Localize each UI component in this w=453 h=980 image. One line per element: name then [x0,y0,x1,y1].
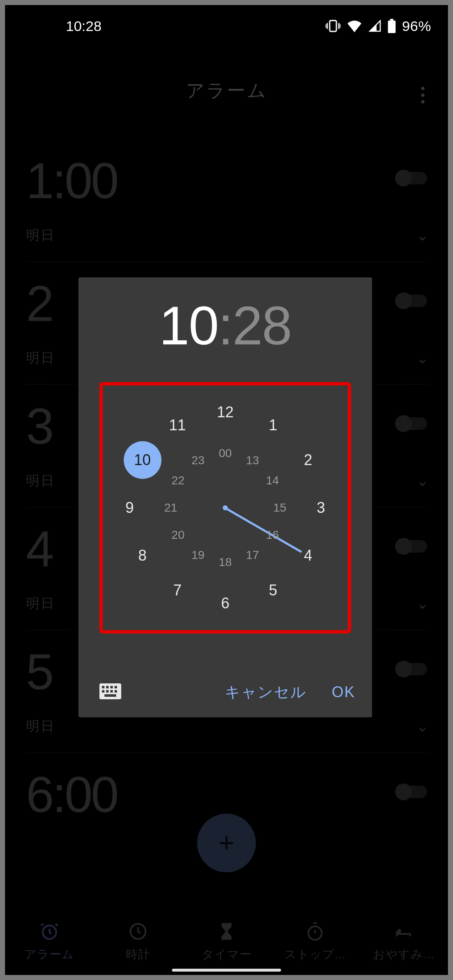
plus-icon: + [219,827,234,858]
alarm-subtitle: 明日 [26,595,55,613]
alarm-subtitle: 明日 [26,349,55,367]
add-alarm-button[interactable]: + [197,814,256,872]
nav-label: ストップ... [284,946,346,962]
time-picker-dialog: 10:28 1212345678910110013141516171819202… [78,277,372,717]
dialog-minute[interactable]: 28 [232,295,292,356]
alarm-toggle[interactable] [395,782,429,802]
clock-hour-inner[interactable]: 14 [260,468,285,493]
signal-icon [368,20,382,32]
alarm-time: 1:00 [26,152,429,209]
chevron-down-icon[interactable]: ⌄ [416,472,429,490]
clock-hour-inner[interactable]: 00 [213,441,238,466]
clock-hour[interactable]: 7 [165,578,190,603]
nav-stopwatch[interactable]: ストップ... [271,921,359,962]
wifi-icon [346,20,362,32]
svg-rect-6 [391,19,394,21]
clock-hour-selected[interactable]: 10 [124,441,161,479]
clock-hour[interactable]: 8 [130,543,155,568]
stopwatch-icon [305,921,325,941]
clock-hour[interactable]: 3 [308,495,333,520]
clock-hour[interactable]: 11 [165,413,190,438]
svg-rect-12 [102,690,104,693]
more-options-button[interactable] [410,83,435,108]
nav-clock[interactable]: 時計 [94,921,182,962]
svg-rect-8 [102,686,104,688]
alarm-toggle[interactable] [395,659,429,679]
clock-hour-inner[interactable]: 21 [158,495,183,520]
svg-rect-11 [115,686,117,688]
clock-hour[interactable]: 5 [260,578,286,603]
vibrate-icon [325,20,341,32]
clock-hour-inner[interactable]: 15 [267,495,292,520]
clock-hour[interactable]: 1 [260,413,286,438]
chevron-down-icon[interactable]: ⌄ [416,595,429,613]
nav-alarm[interactable]: アラーム [5,921,94,962]
chevron-down-icon[interactable]: ⌄ [416,227,429,244]
alarm-toggle[interactable] [395,168,429,188]
hourglass-icon [216,921,237,941]
dialog-time-display: 10:28 [78,294,372,357]
chevron-down-icon[interactable]: ⌄ [416,349,429,367]
cancel-button[interactable]: キャンセル [225,682,307,703]
svg-rect-13 [106,690,109,693]
alarm-subtitle: 明日 [26,226,55,245]
nav-label: おやすみ... [373,946,434,962]
svg-rect-15 [115,690,117,693]
clock-hour[interactable]: 2 [295,447,320,473]
bed-icon [393,921,414,941]
alarm-subtitle: 明日 [26,472,55,490]
nav-bedtime[interactable]: おやすみ... [359,921,448,962]
battery-icon [388,19,396,33]
nav-timer[interactable]: タイマー [182,921,271,962]
clock-face-highlight: 121234567891011001314151617181920212223 [99,382,351,634]
svg-rect-5 [388,21,396,33]
clock-hour[interactable]: 9 [117,495,142,520]
nav-label: タイマー [202,946,252,962]
status-bar: 10:28 96% [5,5,448,47]
clock-hour-inner[interactable]: 23 [185,448,211,473]
alarm-toggle[interactable] [395,291,429,310]
svg-rect-10 [110,686,113,688]
status-time: 10:28 [66,18,102,34]
page-title: アラーム [5,78,448,103]
bottom-nav: アラーム 時計 タイマー ストップ... おやすみ... [5,921,448,962]
svg-rect-14 [110,690,113,693]
home-indicator[interactable] [172,969,281,972]
alarm-toggle[interactable] [395,414,429,433]
nav-label: 時計 [126,946,150,962]
alarm-subtitle: 明日 [26,717,55,736]
alarm-item[interactable]: 1:00 明日 ⌄ [26,139,429,262]
keyboard-icon [99,683,121,699]
svg-rect-4 [330,21,336,31]
clock-hour-inner[interactable]: 17 [240,543,265,568]
svg-rect-9 [106,686,109,688]
clock-face[interactable]: 121234567891011001314151617181920212223 [112,395,338,621]
svg-rect-16 [104,694,116,697]
clock-center-dot [223,505,228,510]
svg-point-3 [398,929,401,932]
nav-label: アラーム [24,946,74,962]
chevron-down-icon[interactable]: ⌄ [416,718,429,735]
alarm-toggle[interactable] [395,537,429,556]
clock-hour-inner[interactable]: 18 [213,550,238,575]
clock-hour[interactable]: 6 [213,591,238,616]
clock-hour-inner[interactable]: 20 [165,522,190,548]
alarm-icon [39,921,60,941]
dialog-hour[interactable]: 10 [159,295,218,356]
clock-icon [128,921,148,941]
clock-hour[interactable]: 4 [295,543,320,568]
clock-hour[interactable]: 12 [213,400,238,425]
battery-percent: 96% [402,18,431,34]
keyboard-input-button[interactable] [99,683,121,701]
ok-button[interactable]: OK [332,683,355,701]
